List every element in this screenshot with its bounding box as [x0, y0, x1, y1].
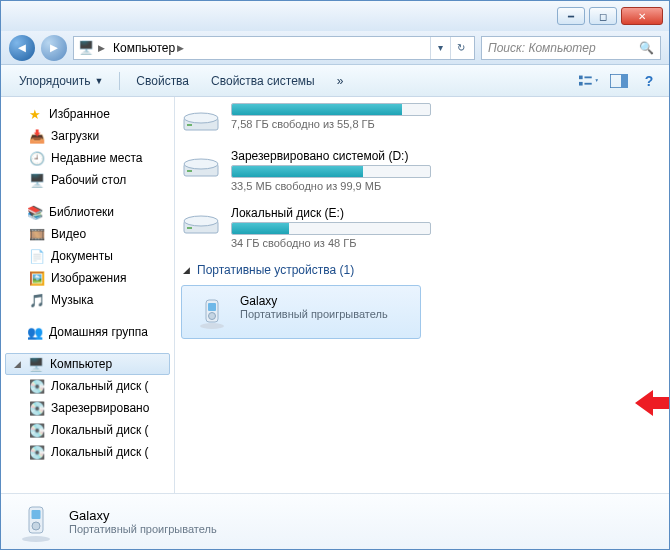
sidebar-item-label: Зарезервировано [51, 401, 149, 415]
category-portable-devices[interactable]: ◢ Портативные устройства (1) [181, 263, 659, 277]
svg-rect-17 [208, 303, 216, 311]
computer-icon: 🖥️ [28, 356, 44, 372]
nav-row: ◄ ► 🖥️ ▶ Компьютер ▶ ▾ ↻ Поиск: Компьюте… [1, 31, 669, 65]
sidebar-item-label: Документы [51, 249, 113, 263]
details-name: Galaxy [69, 508, 217, 523]
sidebar-item-label: Локальный диск ( [51, 445, 149, 459]
back-button[interactable]: ◄ [9, 35, 35, 61]
close-button[interactable]: ✕ [621, 7, 663, 25]
device-item-galaxy[interactable]: Galaxy Портативный проигрыватель [181, 285, 421, 339]
svg-rect-14 [187, 227, 192, 229]
sidebar-item-drive[interactable]: 💽Локальный диск ( [1, 375, 174, 397]
device-name: Galaxy [240, 294, 388, 308]
refresh-button[interactable]: ↻ [450, 37, 470, 59]
breadcrumb-segment-computer[interactable]: Компьютер ▶ [109, 41, 188, 55]
sidebar-item-label: Видео [51, 227, 86, 241]
minimize-button[interactable]: ━ [557, 7, 585, 25]
breadcrumb-label: Компьютер [113, 41, 175, 55]
annotation-arrow [635, 390, 669, 416]
homegroup-label: Домашняя группа [49, 325, 148, 339]
sidebar-item-video[interactable]: 🎞️Видео [1, 223, 174, 245]
computer-icon: 🖥️ [78, 40, 94, 56]
overflow-label: » [337, 74, 344, 88]
view-button[interactable] [579, 71, 599, 91]
separator [119, 72, 120, 90]
sidebar-item-downloads[interactable]: 📥Загрузки [1, 125, 174, 147]
sidebar-item-drive[interactable]: 💽Локальный диск ( [1, 419, 174, 441]
content-area: 7,58 ГБ свободно из 55,8 ГБЗарезервирова… [175, 97, 669, 493]
collapse-icon: ◢ [181, 265, 191, 275]
svg-rect-3 [584, 82, 591, 84]
chevron-down-icon: ▼ [94, 76, 103, 86]
svg-rect-0 [579, 75, 583, 79]
category-label: Портативные устройства (1) [197, 263, 354, 277]
explorer-window: ━ ◻ ✕ ◄ ► 🖥️ ▶ Компьютер ▶ ▾ ↻ Поиск: Ко… [0, 0, 670, 550]
favorites-label: Избранное [49, 107, 110, 121]
sidebar-item-label: Локальный диск ( [51, 379, 149, 393]
libraries-icon: 📚 [27, 204, 43, 220]
sidebar-libraries-header[interactable]: 📚 Библиотеки [1, 201, 174, 223]
drive-icon: 💽 [29, 400, 45, 416]
sidebar-computer-header[interactable]: ◢ 🖥️ Компьютер [5, 353, 170, 375]
svg-point-19 [22, 536, 50, 542]
computer-label: Компьютер [50, 357, 112, 371]
capacity-bar [231, 103, 431, 116]
drive-item[interactable]: 7,58 ГБ свободно из 55,8 ГБ [181, 103, 659, 135]
svg-point-10 [184, 159, 218, 169]
homegroup-icon: 👥 [27, 324, 43, 340]
star-icon: ★ [27, 106, 43, 122]
svg-point-15 [200, 323, 224, 329]
help-button[interactable]: ? [639, 71, 659, 91]
toolbar: Упорядочить ▼ Свойства Свойства системы … [1, 65, 669, 97]
pictures-icon: 🖼️ [29, 270, 45, 286]
drive-item[interactable]: Локальный диск (E:)34 ГБ свободно из 48 … [181, 206, 659, 249]
chevron-right-icon: ▶ [177, 43, 184, 53]
breadcrumb[interactable]: 🖥️ ▶ Компьютер ▶ ▾ ↻ [73, 36, 475, 60]
sidebar-item-recent[interactable]: 🕘Недавние места [1, 147, 174, 169]
svg-point-22 [32, 522, 40, 530]
sidebar-item-label: Рабочий стол [51, 173, 126, 187]
drive-free-text: 7,58 ГБ свободно из 55,8 ГБ [231, 118, 461, 130]
sidebar-item-label: Загрузки [51, 129, 99, 143]
titlebar: ━ ◻ ✕ [1, 1, 669, 31]
forward-button[interactable]: ► [41, 35, 67, 61]
sidebar-item-pictures[interactable]: 🖼️Изображения [1, 267, 174, 289]
properties-button[interactable]: Свойства [128, 70, 197, 92]
music-icon: 🎵 [29, 292, 45, 308]
drive-item[interactable]: Зарезервировано системой (D:)33,5 МБ сво… [181, 149, 659, 192]
sidebar-item-drive[interactable]: 💽Зарезервировано [1, 397, 174, 419]
svg-rect-21 [32, 510, 41, 519]
breadcrumb-dropdown-button[interactable]: ▾ [430, 37, 450, 59]
chevron-right-icon: ▶ [98, 43, 105, 53]
sidebar-item-documents[interactable]: 📄Документы [1, 245, 174, 267]
drive-name: Зарезервировано системой (D:) [231, 149, 461, 163]
drive-icon: 💽 [29, 422, 45, 438]
drive-icon: 💽 [29, 378, 45, 394]
portable-player-icon [15, 501, 57, 543]
system-properties-label: Свойства системы [211, 74, 315, 88]
maximize-button[interactable]: ◻ [589, 7, 617, 25]
properties-label: Свойства [136, 74, 189, 88]
sidebar-item-desktop[interactable]: 🖥️Рабочий стол [1, 169, 174, 191]
sidebar-homegroup-header[interactable]: 👥 Домашняя группа [1, 321, 174, 343]
svg-point-7 [184, 113, 218, 123]
system-properties-button[interactable]: Свойства системы [203, 70, 323, 92]
device-subtitle: Портативный проигрыватель [240, 308, 388, 320]
details-subtitle: Портативный проигрыватель [69, 523, 217, 535]
sidebar-favorites-header[interactable]: ★ Избранное [1, 103, 174, 125]
preview-pane-button[interactable] [609, 71, 629, 91]
sidebar-item-drive[interactable]: 💽Локальный диск ( [1, 441, 174, 463]
sidebar-item-label: Изображения [51, 271, 126, 285]
search-input[interactable]: Поиск: Компьютер 🔍 [481, 36, 661, 60]
portable-player-icon [194, 294, 230, 330]
sidebar-item-music[interactable]: 🎵Музыка [1, 289, 174, 311]
svg-rect-2 [584, 76, 591, 78]
organize-button[interactable]: Упорядочить ▼ [11, 70, 111, 92]
drive-free-text: 33,5 МБ свободно из 99,9 МБ [231, 180, 461, 192]
overflow-button[interactable]: » [329, 70, 352, 92]
documents-icon: 📄 [29, 248, 45, 264]
sidebar-item-label: Недавние места [51, 151, 142, 165]
svg-rect-8 [187, 124, 192, 126]
video-icon: 🎞️ [29, 226, 45, 242]
sidebar-item-label: Музыка [51, 293, 93, 307]
